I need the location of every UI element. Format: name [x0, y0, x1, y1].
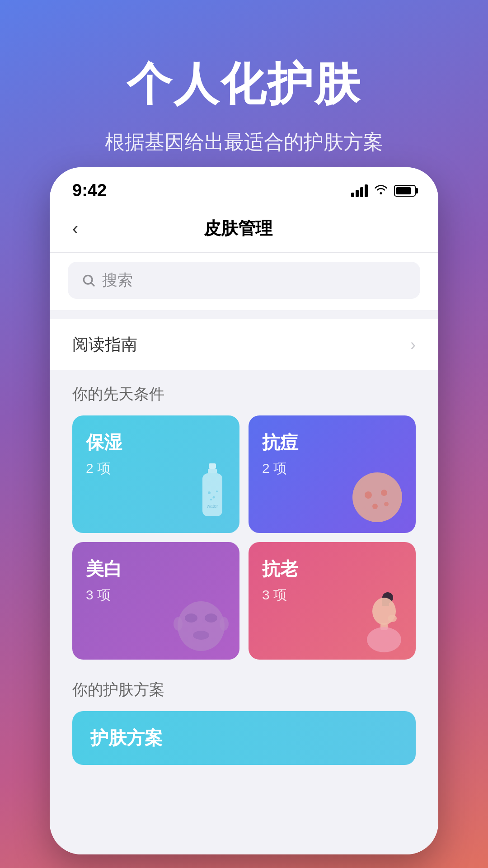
conditions-title: 你的先天条件 — [72, 384, 416, 405]
svg-rect-3 — [202, 473, 222, 516]
back-button[interactable]: ‹ — [68, 214, 83, 243]
search-bar[interactable]: 搜索 — [68, 262, 420, 299]
card-whitening-count: 3 项 — [86, 586, 226, 604]
status-icons — [351, 183, 416, 198]
svg-text:water: water — [206, 504, 218, 509]
battery-icon — [394, 185, 416, 197]
svg-point-5 — [213, 496, 215, 499]
svg-point-25 — [388, 615, 397, 622]
svg-point-9 — [352, 472, 402, 522]
phone-inner: 9:42 — [50, 167, 438, 854]
mask-illustration — [172, 599, 230, 655]
card-moisturize-count: 2 项 — [86, 459, 226, 478]
phone-mockup: 9:42 — [50, 167, 438, 854]
nav-bar: ‹ 皮肤管理 — [50, 205, 438, 253]
skincare-card-label: 护肤方案 — [90, 726, 163, 750]
search-container: 搜索 — [50, 253, 438, 310]
svg-point-24 — [367, 627, 401, 652]
svg-point-4 — [208, 491, 211, 494]
status-bar: 9:42 — [50, 167, 438, 205]
skincare-section: 你的护肤方案 护肤方案 — [50, 670, 438, 765]
conditions-section: 你的先天条件 保湿 2 项 — [50, 370, 438, 660]
svg-point-12 — [372, 504, 378, 509]
card-acne[interactable]: 抗痘 2 项 — [249, 415, 416, 533]
card-moisturize[interactable]: 保湿 2 项 — [72, 415, 239, 533]
wifi-icon — [374, 183, 388, 198]
svg-point-19 — [220, 617, 229, 631]
search-icon — [81, 273, 96, 288]
svg-point-6 — [216, 491, 218, 492]
svg-point-15 — [185, 613, 197, 623]
guide-label: 阅读指南 — [72, 334, 137, 356]
svg-point-17 — [193, 631, 209, 640]
hero-section: 个人化护肤 根据基因给出最适合的护肤方案 — [0, 0, 488, 183]
card-whitening[interactable]: 美白 3 项 — [72, 542, 239, 660]
search-placeholder: 搜索 — [102, 270, 133, 291]
chevron-right-icon: › — [410, 335, 416, 354]
guide-row[interactable]: 阅读指南 › — [50, 319, 438, 370]
svg-point-13 — [384, 502, 389, 506]
signal-icon — [351, 184, 368, 197]
skincare-section-title: 你的护肤方案 — [72, 679, 416, 700]
svg-point-10 — [365, 491, 372, 499]
card-antiaging-title: 抗老 — [262, 557, 402, 581]
card-acne-count: 2 项 — [262, 459, 402, 478]
card-grid: 保湿 2 项 — [72, 415, 416, 660]
skincare-card[interactable]: 护肤方案 — [72, 711, 416, 765]
card-antiaging[interactable]: 抗老 3 项 — [249, 542, 416, 660]
svg-point-18 — [174, 617, 183, 631]
svg-point-7 — [210, 499, 212, 500]
hero-title: 个人化护肤 — [27, 54, 461, 115]
card-antiaging-count: 3 项 — [262, 586, 402, 604]
nav-title: 皮肤管理 — [83, 217, 393, 240]
hero-subtitle: 根据基因给出最适合的护肤方案 — [27, 129, 461, 156]
svg-point-16 — [205, 613, 217, 623]
svg-point-14 — [178, 601, 225, 651]
card-acne-title: 抗痘 — [262, 430, 402, 455]
content-area: 阅读指南 › 你的先天条件 保湿 2 项 — [50, 310, 438, 854]
card-moisturize-title: 保湿 — [86, 430, 226, 455]
card-whitening-title: 美白 — [86, 557, 226, 581]
status-time: 9:42 — [72, 181, 107, 200]
svg-point-11 — [381, 490, 387, 496]
